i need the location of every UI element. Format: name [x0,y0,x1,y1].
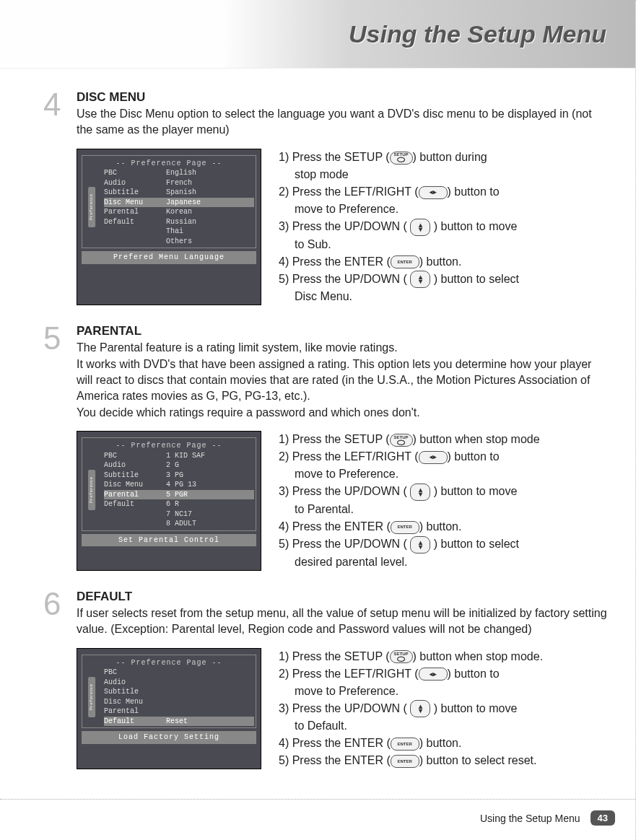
content-area: 4 DISC MENU Use the Disc Menu option to … [0,69,635,775]
instruction-steps: 1) Press the SETUP (⬭) button when stop … [279,431,540,571]
up-down-button-icon [410,271,430,288]
instruction-steps: 1) Press the SETUP (⬭) button during sto… [279,149,519,306]
osd-screenshot: -- Preference Page -- Preference PBC Aud… [77,648,261,770]
setup-button-icon: ⬭ [390,650,413,663]
enter-button-icon [391,755,419,768]
section-parental: 5 PARENTAL The Parental feature is a rat… [43,324,609,576]
osd-header: -- Preference Page -- [84,658,254,668]
setup-button-icon: ⬭ [390,434,413,447]
footer-text: Using the Setup Menu [480,813,580,824]
section-title: DISC MENU [77,90,609,105]
osd-header: -- Preference Page -- [84,441,254,451]
divider [0,799,635,800]
osd-menu: PBCEnglish AudioFrench SubtitleSpanish D… [100,168,254,246]
step-number: 4 [43,90,77,311]
enter-button-icon [391,738,419,751]
header-bar: Using the Setup Menu [0,0,635,69]
osd-screenshot: -- Preference Page -- Preference PBC1 KI… [77,431,261,571]
up-down-button-icon [410,536,430,554]
left-right-button-icon [419,186,448,199]
osd-footer: Set Parental Control [82,534,256,547]
page-number: 43 [591,810,615,826]
enter-button-icon [391,521,419,534]
osd-tab: Preference [88,470,95,510]
up-down-button-icon [410,484,430,501]
up-down-button-icon [410,219,430,236]
page-footer: Using the Setup Menu 43 [480,810,615,826]
left-right-button-icon [419,668,448,681]
osd-screenshot: -- Preference Page -- Preference PBCEngl… [77,149,261,306]
enter-button-icon [391,255,419,268]
osd-menu: PBC1 KID SAF Audio2 G Subtitle3 PG Disc … [100,451,254,529]
section-title: PARENTAL [77,324,609,338]
up-down-button-icon [410,700,430,717]
osd-header: -- Preference Page -- [84,159,254,169]
step-number: 6 [43,590,77,776]
setup-button-icon: ⬭ [390,152,413,165]
page: Using the Setup Menu 4 DISC MENU Use the… [0,0,636,840]
section-desc: If user selects reset from the setup men… [77,605,609,638]
osd-footer: Prefered Menu Language [82,251,256,264]
step-number: 5 [43,324,77,576]
instruction-steps: 1) Press the SETUP (⬭) button when stop … [279,648,543,770]
section-title: DEFAULT [77,590,609,604]
section-desc: The Parental feature is a rating limit s… [77,340,609,421]
left-right-button-icon [419,451,448,464]
osd-tab: Preference [88,187,95,227]
osd-tab: Preference [88,677,95,717]
page-title: Using the Setup Menu [349,20,606,48]
section-desc: Use the Disc Menu option to select the l… [77,106,609,139]
osd-menu: PBC Audio Subtitle Disc Menu Parental De… [100,668,254,726]
osd-footer: Load Factory Setting [82,731,256,744]
section-default: 6 DEFAULT If user selects reset from the… [43,590,609,776]
section-disc-menu: 4 DISC MENU Use the Disc Menu option to … [43,90,609,311]
